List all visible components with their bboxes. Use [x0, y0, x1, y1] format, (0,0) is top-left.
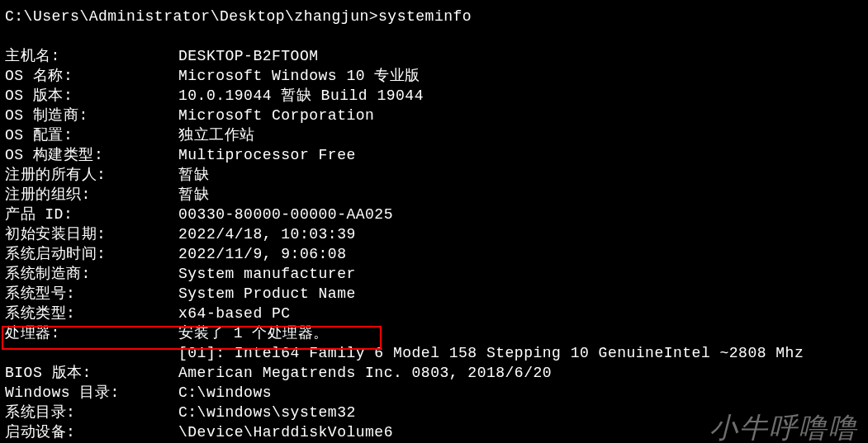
info-value: x64-based PC — [178, 304, 863, 323]
info-label: 启动设备: — [5, 422, 178, 442]
info-row: 系统启动时间:2022/11/9, 9:06:08 — [5, 244, 863, 264]
info-value: 2022/4/18, 10:03:39 — [178, 224, 863, 244]
info-value: Multiprocessor Free — [178, 145, 863, 165]
info-value: Microsoft Windows 10 专业版 — [178, 66, 863, 86]
info-row: OS 版本:10.0.19044 暂缺 Build 19044 — [5, 86, 863, 106]
info-label: OS 制造商: — [5, 106, 178, 125]
info-row: 系统类型:x64-based PC — [5, 304, 863, 323]
info-row: OS 制造商:Microsoft Corporation — [5, 106, 863, 125]
systeminfo-output: 主机名:DESKTOP-B2FTOOMOS 名称:Microsoft Windo… — [5, 46, 863, 442]
info-value: 2022/11/9, 9:06:08 — [178, 244, 863, 264]
info-row: Windows 目录:C:\windows — [5, 383, 863, 403]
info-value: 10.0.19044 暂缺 Build 19044 — [178, 86, 863, 106]
info-value: C:\windows\system32 — [178, 403, 863, 422]
info-label: 注册的组织: — [5, 185, 178, 205]
info-value: [01]: Intel64 Family 6 Model 158 Steppin… — [178, 343, 863, 363]
info-label: 系统启动时间: — [5, 244, 178, 264]
info-row: 系统目录:C:\windows\system32 — [5, 403, 863, 422]
info-row: 注册的组织:暂缺 — [5, 185, 863, 205]
info-value: 暂缺 — [178, 185, 863, 205]
info-value: DESKTOP-B2FTOOM — [178, 46, 863, 66]
info-row: 产品 ID:00330-80000-00000-AA025 — [5, 205, 863, 224]
info-label: 系统类型: — [5, 304, 178, 323]
info-label: 系统目录: — [5, 403, 178, 422]
info-label — [5, 343, 178, 363]
info-value: System Product Name — [178, 284, 863, 304]
info-label: 注册的所有人: — [5, 165, 178, 185]
info-row: 系统制造商:System manufacturer — [5, 264, 863, 284]
info-label: Windows 目录: — [5, 383, 178, 403]
info-row: 注册的所有人:暂缺 — [5, 165, 863, 185]
info-label: OS 版本: — [5, 86, 178, 106]
info-value: American Megatrends Inc. 0803, 2018/6/20 — [178, 363, 863, 383]
info-row: 初始安装日期:2022/4/18, 10:03:39 — [5, 224, 863, 244]
info-value: 安装了 1 个处理器。 — [178, 323, 863, 343]
info-label: OS 名称: — [5, 66, 178, 86]
info-row: OS 名称:Microsoft Windows 10 专业版 — [5, 66, 863, 86]
info-row: 系统型号:System Product Name — [5, 284, 863, 304]
info-label: 产品 ID: — [5, 205, 178, 224]
info-row: 处理器:安装了 1 个处理器。 — [5, 323, 863, 343]
info-label: BIOS 版本: — [5, 363, 178, 383]
prompt-text: C:\Users\Administrator\Desktop\zhangjun>… — [5, 8, 472, 25]
info-label: OS 构建类型: — [5, 145, 178, 165]
info-row: OS 配置:独立工作站 — [5, 125, 863, 145]
info-value: C:\windows — [178, 383, 863, 403]
info-row: 主机名:DESKTOP-B2FTOOM — [5, 46, 863, 66]
info-row: 启动设备:\Device\HarddiskVolume6 — [5, 422, 863, 442]
info-label: 系统制造商: — [5, 264, 178, 284]
info-value: System manufacturer — [178, 264, 863, 284]
info-value: 独立工作站 — [178, 125, 863, 145]
info-row: BIOS 版本:American Megatrends Inc. 0803, 2… — [5, 363, 863, 383]
info-value: 暂缺 — [178, 165, 863, 185]
info-row: [01]: Intel64 Family 6 Model 158 Steppin… — [5, 343, 863, 363]
command-prompt-line: C:\Users\Administrator\Desktop\zhangjun>… — [5, 7, 863, 26]
info-label: 处理器: — [5, 323, 178, 343]
info-label: 系统型号: — [5, 284, 178, 304]
info-value: \Device\HarddiskVolume6 — [178, 422, 863, 442]
info-row: OS 构建类型:Multiprocessor Free — [5, 145, 863, 165]
info-label: 初始安装日期: — [5, 224, 178, 244]
info-label: 主机名: — [5, 46, 178, 66]
info-value: 00330-80000-00000-AA025 — [178, 205, 863, 224]
info-value: Microsoft Corporation — [178, 106, 863, 125]
info-label: OS 配置: — [5, 125, 178, 145]
